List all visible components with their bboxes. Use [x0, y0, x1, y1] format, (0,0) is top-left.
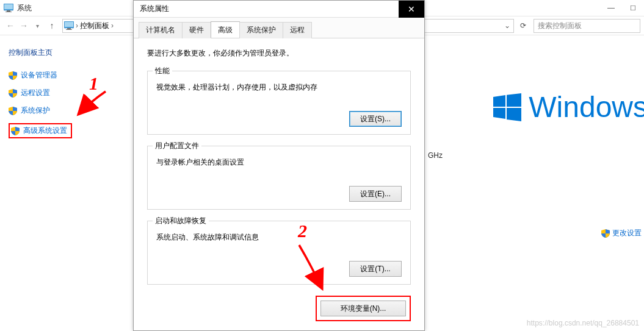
group-label: 启动和故障恢复 [153, 216, 209, 226]
minimize-button[interactable]: — [600, 0, 622, 16]
env-var-highlight: 环境变量(N)... [316, 296, 411, 321]
breadcrumb-sep: › [109, 21, 115, 30]
sidebar-item-label: 系统保护 [21, 105, 50, 116]
nav-forward-button[interactable]: → [17, 19, 31, 32]
ghz-fragment: GHz [428, 151, 443, 160]
search-placeholder: 搜索控制面板 [538, 21, 582, 31]
dialog-close-button[interactable]: ✕ [399, 1, 424, 18]
nav-up-button[interactable]: ↑ [45, 19, 59, 32]
dialog-body: 要进行大多数更改，你必须作为管理员登录。 性能 视觉效果，处理器计划，内存使用，… [134, 38, 424, 330]
shield-icon [11, 127, 20, 135]
breadcrumb-control-panel[interactable]: 控制面板 [80, 21, 109, 31]
tab-advanced[interactable]: 高级 [211, 21, 240, 38]
content-right: Windows [427, 35, 644, 124]
tab-hardware[interactable]: 硬件 [182, 22, 211, 38]
sidebar-item-label: 远程设置 [21, 88, 50, 98]
group-desc: 与登录帐户相关的桌面设置 [156, 157, 402, 168]
dialog-note: 要进行大多数更改，你必须作为管理员登录。 [147, 48, 411, 59]
tab-remote[interactable]: 远程 [283, 22, 312, 38]
sidebar-item-device-manager[interactable]: 设备管理器 [9, 70, 124, 80]
breadcrumb-sep: › [74, 21, 80, 30]
nav-back-button[interactable]: ← [4, 19, 17, 32]
sidebar-item-remote-settings[interactable]: 远程设置 [9, 88, 124, 98]
environment-variables-button[interactable]: 环境变量(N)... [320, 301, 406, 316]
group-desc: 视觉效果，处理器计划，内存使用，以及虚拟内存 [156, 82, 402, 93]
group-label: 性能 [153, 66, 172, 76]
address-dropdown[interactable]: ⌄ [501, 21, 513, 30]
performance-settings-button[interactable]: 设置(S)... [349, 111, 402, 127]
change-settings-link[interactable]: 更改设置 [601, 228, 642, 238]
nav-history-dropdown[interactable]: ▾ [31, 19, 44, 32]
dialog-titlebar[interactable]: 系统属性 ✕ [134, 1, 424, 18]
window-title: 系统 [17, 3, 32, 13]
tabs-row: 计算机名 硬件 高级 系统保护 远程 [134, 18, 424, 38]
sidebar-home[interactable]: 控制面板主页 [9, 48, 124, 58]
group-label: 用户配置文件 [153, 141, 201, 151]
windows-text: Windows [529, 90, 644, 124]
address-icon [64, 21, 74, 30]
group-user-profile: 用户配置文件 与登录帐户相关的桌面设置 设置(E)... [147, 146, 411, 210]
windows-brand: Windows [493, 90, 644, 124]
shield-icon [9, 71, 17, 80]
shield-icon [9, 107, 17, 115]
sidebar: 控制面板主页 设备管理器 远程设置 系统保护 高级系统设置 [0, 35, 131, 138]
tab-computer-name[interactable]: 计算机名 [139, 22, 183, 38]
maximize-button[interactable]: ☐ [622, 0, 644, 16]
shield-icon [9, 89, 17, 98]
dialog-title: 系统属性 [140, 4, 169, 14]
watermark: https://blog.csdn.net/qq_26884501 [527, 319, 639, 327]
refresh-button[interactable]: ⟳ [515, 18, 531, 33]
shield-icon [601, 229, 610, 238]
sidebar-item-system-protection[interactable]: 系统保护 [9, 105, 124, 116]
sidebar-item-advanced-system[interactable]: 高级系统设置 [9, 123, 72, 138]
system-properties-dialog: 系统属性 ✕ 计算机名 硬件 高级 系统保护 远程 要进行大多数更改，你必须作为… [133, 0, 425, 331]
windows-logo-icon [493, 93, 521, 121]
sidebar-item-label: 设备管理器 [21, 70, 57, 80]
sidebar-item-label: 高级系统设置 [23, 126, 67, 136]
change-settings-label: 更改设置 [612, 228, 642, 238]
search-input[interactable]: 搜索控制面板 [534, 19, 640, 33]
group-startup-recovery: 启动和故障恢复 系统启动、系统故障和调试信息 设置(T)... [147, 221, 411, 285]
system-icon [4, 4, 13, 12]
tab-system-protection[interactable]: 系统保护 [239, 22, 283, 38]
startup-settings-button[interactable]: 设置(T)... [349, 261, 402, 277]
group-performance: 性能 视觉效果，处理器计划，内存使用，以及虚拟内存 设置(S)... [147, 71, 411, 135]
env-var-row: 环境变量(N)... [147, 296, 411, 321]
user-profile-settings-button[interactable]: 设置(E)... [349, 186, 402, 202]
group-desc: 系统启动、系统故障和调试信息 [156, 232, 402, 243]
